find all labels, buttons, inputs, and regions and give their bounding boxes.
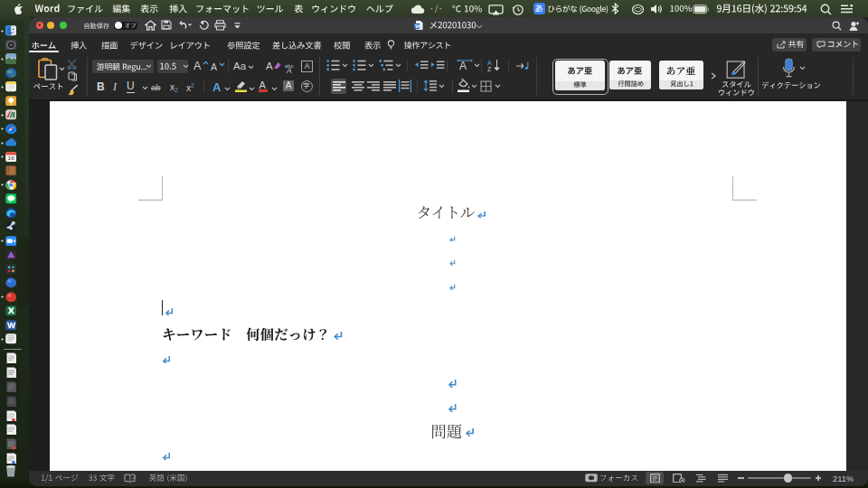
svg-text:A: A (487, 60, 492, 66)
svg-text:16: 16 (7, 155, 14, 161)
svg-text:Z: Z (487, 66, 492, 71)
svg-text:A: A (459, 60, 467, 71)
